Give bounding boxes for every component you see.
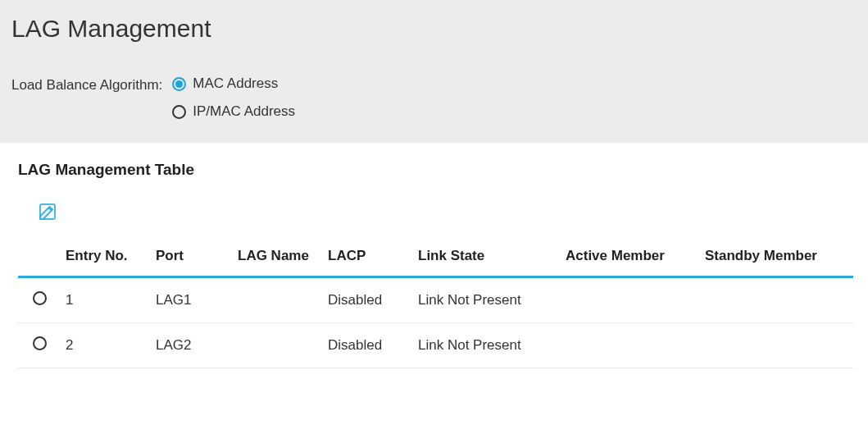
lag-table-section: LAG Management Table Entry No. Port LAG … (0, 143, 868, 377)
load-balance-row: Load Balance Algorithm: MAC Address IP/M… (11, 75, 857, 120)
col-port: Port (149, 241, 231, 277)
table-row: 2 LAG2 Disabled Link Not Present (18, 323, 853, 368)
cell-entry: 1 (59, 277, 149, 323)
page-header: LAG Management Load Balance Algorithm: M… (0, 0, 868, 143)
cell-port: LAG2 (149, 323, 231, 368)
cell-lagname (231, 323, 321, 368)
radio-ip-mac-address[interactable]: IP/MAC Address (172, 103, 295, 120)
load-balance-radio-group: MAC Address IP/MAC Address (172, 75, 295, 120)
col-standby: Standby Member (698, 241, 853, 277)
cell-standby (698, 323, 853, 368)
radio-label: IP/MAC Address (193, 103, 295, 120)
col-entry: Entry No. (59, 241, 149, 277)
cell-link: Link Not Present (411, 323, 559, 368)
table-toolbar (18, 202, 853, 225)
cell-active (559, 277, 698, 323)
svg-rect-0 (40, 204, 55, 219)
col-active: Active Member (559, 241, 698, 277)
cell-link: Link Not Present (411, 277, 559, 323)
cell-lacp: Disabled (321, 277, 411, 323)
lag-management-table: Entry No. Port LAG Name LACP Link State … (18, 241, 853, 368)
cell-standby (698, 277, 853, 323)
col-lagname: LAG Name (231, 241, 321, 277)
radio-label: MAC Address (193, 75, 278, 92)
col-link: Link State (411, 241, 559, 277)
radio-icon (172, 77, 186, 91)
cell-port: LAG1 (149, 277, 231, 323)
load-balance-label: Load Balance Algorithm: (11, 75, 172, 94)
radio-icon (172, 105, 186, 119)
cell-entry: 2 (59, 323, 149, 368)
cell-lagname (231, 277, 321, 323)
row-select-radio[interactable] (33, 291, 47, 305)
edit-icon[interactable] (38, 202, 57, 222)
cell-lacp: Disabled (321, 323, 411, 368)
page-title: LAG Management (11, 15, 857, 43)
table-title: LAG Management Table (18, 161, 853, 179)
col-lacp: LACP (321, 241, 411, 277)
col-select (18, 241, 59, 277)
row-select-radio[interactable] (33, 336, 47, 350)
cell-active (559, 323, 698, 368)
radio-mac-address[interactable]: MAC Address (172, 75, 295, 92)
table-row: 1 LAG1 Disabled Link Not Present (18, 277, 853, 323)
